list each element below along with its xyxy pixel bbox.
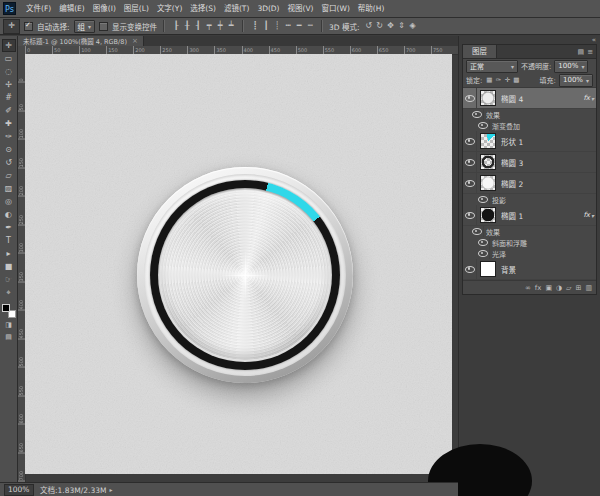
history-brush-tool[interactable]: ↺ [2,156,16,169]
tab-layers[interactable]: 图层 [463,45,497,58]
auto-select-checkbox[interactable]: ✓ [24,22,33,31]
gradient-tool[interactable]: ▨ [2,182,16,195]
visibility-eye-icon[interactable] [476,237,490,248]
new-group-icon[interactable]: ▱ [566,284,571,292]
move-tool[interactable]: ✛ [2,39,16,52]
layer-row[interactable]: 斜面和浮雕 fx ▾ [463,237,596,248]
visibility-eye-icon[interactable] [463,259,477,279]
lock-transparent-icon[interactable]: ▦ [485,76,493,84]
hand-tool[interactable]: ☞ [2,273,16,286]
add-mask-icon[interactable]: ▣ [545,284,552,292]
3d-scale-icon[interactable]: ◈ [408,20,418,32]
align-center-icon[interactable]: ╂ [182,20,192,32]
align-top-icon[interactable]: ┯ [204,20,214,32]
distribute-left-icon[interactable]: ┅ [283,20,293,32]
zoom-field[interactable]: 100% [4,484,34,496]
show-transform-checkbox[interactable] [99,22,108,31]
menu-item[interactable]: 文件(F) [22,0,55,17]
3d-slide-icon[interactable]: ⇕ [397,20,407,32]
visibility-eye-icon[interactable] [476,194,490,205]
eyedropper-tool[interactable]: ✐ [2,104,16,117]
foreground-color-swatch[interactable] [2,304,10,312]
layer-thumbnail[interactable] [480,90,496,106]
lasso-tool[interactable]: ◌ [2,65,16,78]
layer-style-icon[interactable]: fx [535,284,542,292]
layer-row[interactable]: 效果 fx ▾ [463,226,596,237]
delete-layer-icon[interactable]: ▥ [585,284,592,292]
type-tool[interactable]: T [2,234,16,247]
canvas[interactable] [25,54,452,474]
healing-brush-tool[interactable]: ✚ [2,117,16,130]
document-info[interactable]: 文档:1.83M/2.33M ▸ [40,484,112,495]
visibility-eye-icon[interactable] [470,109,484,120]
align-middle-icon[interactable]: ┿ [215,20,225,32]
visibility-eye-icon[interactable] [476,248,490,259]
brush-tool[interactable]: ✑ [2,130,16,143]
clone-stamp-tool[interactable]: ⊙ [2,143,16,156]
path-selection-tool[interactable]: ▸ [2,247,16,260]
fill-dropdown[interactable]: 100% ▾ [559,74,593,87]
collapse-panels-icon[interactable]: « [592,36,596,44]
align-bottom-icon[interactable]: ┷ [226,20,236,32]
layer-row[interactable]: 光泽 fx ▾ [463,248,596,259]
marquee-tool[interactable]: ▭ [2,52,16,65]
menu-item[interactable]: 窗口(W) [318,0,354,17]
3d-drag-icon[interactable]: ✥ [386,20,396,32]
visibility-eye-icon[interactable] [463,152,477,172]
distribute-center-icon[interactable]: ━ [294,20,304,32]
distribute-right-icon[interactable]: ┉ [305,20,315,32]
visibility-eye-icon[interactable] [463,131,477,151]
fx-badge[interactable]: fx ▾ [583,211,594,219]
visibility-eye-icon[interactable] [463,205,477,225]
visibility-eye-icon[interactable] [463,88,477,108]
layer-row[interactable]: 形状 1 fx ▾ [463,131,596,152]
layer-thumbnail[interactable] [480,133,496,149]
3d-rotate-icon[interactable]: ↺ [364,20,374,32]
shape-tool[interactable]: ■ [2,260,16,273]
layer-thumbnail[interactable] [480,175,496,191]
layer-row[interactable]: 椭圆 4 fx ▾ [463,88,596,109]
distribute-middle-icon[interactable]: ┃ [261,20,271,32]
layer-thumbnail[interactable] [480,207,496,223]
visibility-eye-icon[interactable] [463,173,477,193]
adjustment-layer-icon[interactable]: ◑ [556,284,562,292]
panel-grid-icon[interactable]: ▤ [578,48,585,56]
layer-row[interactable]: 椭圆 2 fx ▾ [463,173,596,194]
pen-tool[interactable]: ✒ [2,221,16,234]
align-left-icon[interactable]: ┠ [171,20,181,32]
fx-badge[interactable]: fx ▾ [583,94,594,102]
zoom-tool[interactable]: ⌖ [2,286,16,299]
link-layers-icon[interactable]: ∞ [525,284,531,292]
menu-item[interactable]: 选择(S) [186,0,220,17]
menu-item[interactable]: 滤镜(T) [220,0,253,17]
menu-item[interactable]: 帮助(H) [354,0,389,17]
layer-thumbnail[interactable] [480,154,496,170]
visibility-eye-icon[interactable] [470,226,484,237]
quick-mask-button[interactable]: ◨ [2,320,16,331]
layer-row[interactable]: 背景 fx ▾ [463,259,596,280]
distribute-top-icon[interactable]: ┋ [250,20,260,32]
menu-item[interactable]: 图层(L) [120,0,153,17]
menu-item[interactable]: 图像(I) [89,0,120,17]
align-right-icon[interactable]: ┨ [193,20,203,32]
lock-position-icon[interactable]: ✛ [503,76,511,84]
menu-item[interactable]: 文字(Y) [153,0,186,17]
layer-row[interactable]: 渐变叠加 fx ▾ [463,120,596,131]
visibility-eye-icon[interactable] [476,120,490,131]
panel-menu-icon[interactable]: ≡ [587,48,593,56]
lock-all-icon[interactable]: ▩ [512,76,520,84]
blur-tool[interactable]: ◎ [2,195,16,208]
distribute-bottom-icon[interactable]: ┊ [272,20,282,32]
menu-item[interactable]: 3D(D) [253,0,283,17]
layer-row[interactable]: 椭圆 3 fx ▾ [463,152,596,173]
auto-select-target-dropdown[interactable]: 组 ▾ [74,20,96,33]
menu-item[interactable]: 编辑(E) [55,0,89,17]
crop-tool[interactable]: # [2,91,16,104]
layer-row[interactable]: 投影 fx ▾ [463,194,596,205]
quick-selection-tool[interactable]: ✢ [2,78,16,91]
dodge-tool[interactable]: ◐ [2,208,16,221]
menu-item[interactable]: 视图(V) [284,0,318,17]
new-layer-icon[interactable]: ⊞ [576,284,582,292]
layer-row[interactable]: 效果 fx ▾ [463,109,596,120]
document-tab[interactable]: 未标题-1 @ 100%(椭圆 4, RGB/8) × [18,36,144,46]
